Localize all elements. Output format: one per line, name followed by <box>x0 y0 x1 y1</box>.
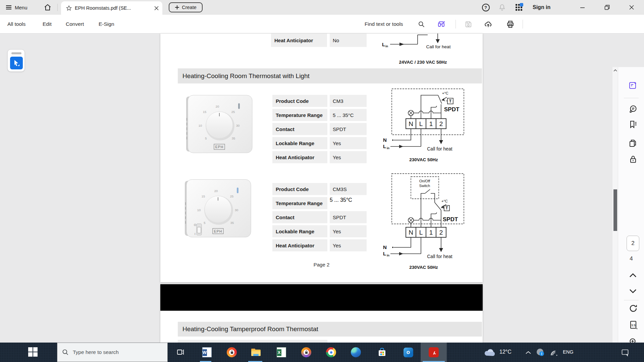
lin-label: L <box>382 42 385 47</box>
dial-30: 30 <box>236 124 240 127</box>
lock-icon[interactable] <box>629 155 637 164</box>
tab-close-icon[interactable] <box>154 6 159 11</box>
vertical-scrollbar[interactable] <box>612 67 618 362</box>
document-tab[interactable]: EPH Roomstats.pdf (SE... <box>61 1 162 15</box>
spec-label: Lockable Range <box>272 137 327 149</box>
taskbar-excel[interactable]: X <box>276 347 286 357</box>
taskbar-avast-secure[interactable] <box>301 347 311 357</box>
print-icon[interactable] <box>506 20 515 28</box>
toolbar: All tools Edit Convert E-Sign Find text … <box>0 15 644 34</box>
lin-label: L <box>383 251 386 256</box>
spec-value: Yes <box>330 225 367 237</box>
close-window-button[interactable] <box>624 0 639 15</box>
notifications-button[interactable] <box>494 0 510 15</box>
star-icon[interactable] <box>66 5 72 11</box>
bookmarks-icon[interactable] <box>629 120 637 129</box>
start-button[interactable] <box>28 347 38 357</box>
actual-size-icon[interactable]: 1:1 <box>629 320 639 330</box>
dial-10: 10 <box>199 124 202 127</box>
taskbar-file-explorer[interactable] <box>251 347 261 357</box>
n-label: N <box>383 244 387 250</box>
find-text-button[interactable]: Find text or tools <box>365 15 403 33</box>
search-input[interactable] <box>73 349 160 355</box>
taskbar-chrome[interactable] <box>326 347 336 357</box>
apps-grid-button[interactable] <box>511 0 527 15</box>
wiring-diagram-fragment: L in Call for heat 24VAC / 230 VAC 50Hz <box>380 34 464 68</box>
pdf-page-2[interactable]: Heat Anticipator No L in Call for heat 2… <box>160 34 483 282</box>
spec-label: Lockable Range <box>272 225 327 237</box>
pdf-page-3[interactable]: Heating-Cooling Tamperproof Room Thermos… <box>160 284 483 343</box>
tray-expand-icon[interactable] <box>525 351 531 355</box>
cloud-icon[interactable] <box>484 349 496 357</box>
tab-edit[interactable]: Edit <box>43 15 52 33</box>
spec-label: Product Code <box>272 183 327 195</box>
taskbar-acrobat[interactable] <box>429 347 439 357</box>
create-button[interactable]: Create <box>169 2 203 12</box>
table-row: ContactSPDT <box>272 123 367 135</box>
table-row: Temperature Range5 ... 35°C <box>272 197 367 209</box>
spec-value: Yes <box>330 137 367 149</box>
taskbar-word[interactable]: W <box>202 347 212 357</box>
tray-info-icon[interactable]: i <box>537 349 543 355</box>
ai-summary-icon[interactable] <box>437 20 446 29</box>
dial-10: 10 <box>197 208 201 212</box>
cloud-upload-icon[interactable] <box>484 20 492 28</box>
taskbar-edge[interactable] <box>351 347 361 357</box>
language-indicator[interactable]: ENG <box>563 349 573 355</box>
spec-value: 5 ... 35°C <box>330 109 367 121</box>
ai-generative-summary-icon[interactable] <box>629 81 637 90</box>
hamburger-icon <box>5 4 12 11</box>
voltage-caption: 230VAC 50Hz <box>409 157 438 162</box>
section2-title: Heating-Cooling Tamperproof Room Thermos… <box>182 325 318 333</box>
scroll-up-icon[interactable] <box>613 69 618 72</box>
dial-25: 25 <box>230 194 234 198</box>
network-icon[interactable] <box>550 349 559 357</box>
tab-all-tools[interactable]: All tools <box>7 15 25 33</box>
minimize-button[interactable] <box>575 0 590 15</box>
section-heading: Heating-Cooling Tamperproof Room Thermos… <box>178 322 482 337</box>
rotate-refresh-icon[interactable] <box>629 304 637 312</box>
menu-button[interactable]: Menu <box>5 0 28 15</box>
taskbar-avast-browser[interactable] <box>227 347 237 357</box>
help-button[interactable]: ? <box>478 0 493 15</box>
right-tool-rail: 2 4 1:1 <box>618 67 644 362</box>
tab-esign[interactable]: E-Sign <box>99 15 114 33</box>
copy-pages-icon[interactable] <box>629 139 637 147</box>
table-row: Product CodeCM3 <box>272 95 367 107</box>
table-row: Heat AnticipatorYes <box>272 239 367 251</box>
dial-35: 35 <box>232 136 235 140</box>
help-icon: ? <box>482 4 490 11</box>
plus-icon <box>175 5 179 10</box>
next-page-icon[interactable] <box>629 288 637 296</box>
temp-label: +°C <box>442 91 448 95</box>
select-tool-card[interactable] <box>7 49 25 72</box>
create-label: Create <box>182 5 197 10</box>
tab-convert[interactable]: Convert <box>66 15 84 33</box>
action-center-icon[interactable] <box>621 349 629 357</box>
acrobat-active-window[interactable] <box>421 343 447 362</box>
previous-page-icon[interactable] <box>629 272 637 281</box>
spec-value: SPDT <box>330 123 367 135</box>
terminal-l: L <box>419 229 423 236</box>
sign-in-button[interactable]: Sign in <box>533 0 550 15</box>
task-view-button[interactable] <box>176 347 186 357</box>
tab-title: EPH Roomstats.pdf (SE... <box>75 5 151 11</box>
taskbar-outlook[interactable]: o <box>403 347 413 357</box>
current-page-input[interactable]: 2 <box>627 236 639 251</box>
switch-off-label: O <box>194 223 196 227</box>
weather-temp[interactable]: 12°C <box>499 349 512 355</box>
spec-label: Product Code <box>272 95 327 107</box>
select-tool-active[interactable] <box>10 57 23 69</box>
sign-in-label: Sign in <box>533 4 550 10</box>
spec-value: Yes <box>330 151 367 163</box>
spdt-label: SPDT <box>444 106 460 113</box>
home-button[interactable] <box>44 0 52 15</box>
redacted-block <box>160 284 483 311</box>
search-icon[interactable] <box>418 21 425 28</box>
windows-logo-icon <box>28 347 38 357</box>
taskbar-search[interactable] <box>57 343 168 362</box>
restore-button[interactable] <box>599 0 615 15</box>
comments-icon[interactable] <box>629 105 637 113</box>
taskbar-store[interactable] <box>377 347 387 357</box>
scrollbar-thumb[interactable] <box>613 189 617 231</box>
